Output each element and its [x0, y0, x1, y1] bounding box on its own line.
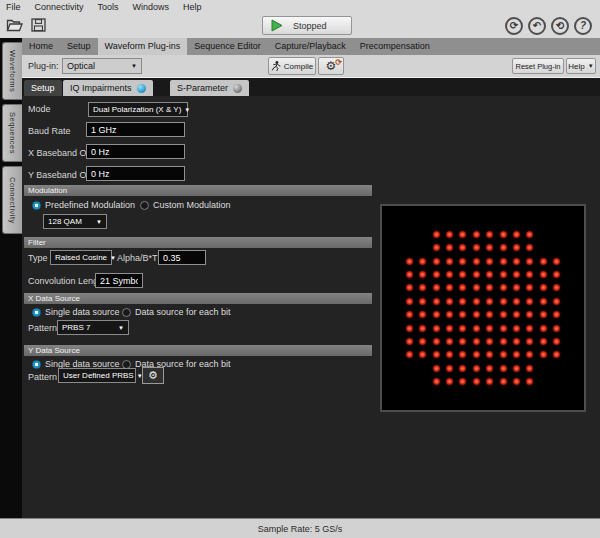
compile-settings-button[interactable]: ⚙ ⟳: [318, 57, 344, 75]
constellation-dot: [459, 231, 466, 238]
side-tab-connectivity[interactable]: Connectivity: [2, 166, 22, 234]
constellation-dot: [500, 338, 507, 345]
constellation-dot: [459, 351, 466, 358]
constellation-dot: [446, 298, 453, 305]
constellation-dot: [459, 284, 466, 291]
mode-select[interactable]: Dual Polarization (X & Y) ▼: [88, 102, 188, 117]
compile-button[interactable]: Compile: [268, 57, 316, 75]
save-icon: [31, 18, 46, 36]
tab-waveform-plugins[interactable]: Waveform Plug-ins: [98, 38, 188, 55]
plugin-help-label: Help: [568, 62, 584, 71]
side-tab-sequences-label: Sequences: [8, 112, 17, 154]
side-tab-connectivity-label: Connectivity: [8, 177, 17, 224]
y-baseband-offset-input[interactable]: [86, 166, 185, 181]
run-state-label: Stopped: [293, 21, 327, 31]
constellation-dot: [526, 338, 533, 345]
subtab-s-parameter[interactable]: S-Parameter: [170, 80, 249, 96]
s-parameter-status-badge: [233, 84, 242, 93]
predefined-modulation-label[interactable]: Predefined Modulation: [45, 200, 135, 210]
constellation-dot: [486, 351, 493, 358]
modulation-scheme-select[interactable]: 128 QAM ▼: [43, 214, 107, 229]
plugin-help-button[interactable]: Help ▼: [566, 58, 596, 74]
compile-label: Compile: [284, 62, 313, 71]
constellation-dot: [433, 231, 440, 238]
constellation-dot: [459, 378, 466, 385]
constellation-dot: [513, 311, 520, 318]
tab-capture-playback[interactable]: Capture/Playback: [268, 38, 353, 55]
side-tab-sequences[interactable]: Sequences: [2, 104, 22, 162]
reset-plugin-button[interactable]: Reset Plug-in: [512, 58, 564, 74]
tab-sequence-editor[interactable]: Sequence Editor: [187, 38, 268, 55]
menu-bar: File Connectivity Tools Windows Help: [0, 0, 600, 14]
constellation-dot: [553, 258, 560, 265]
plugin-select[interactable]: Optical ▼: [62, 58, 142, 74]
constellation-dot: [500, 284, 507, 291]
baud-rate-input[interactable]: [86, 122, 185, 137]
y-pattern-select[interactable]: User Defined PRBS ▼: [58, 368, 136, 383]
filter-type-select[interactable]: Raised Cosine ▼: [50, 250, 112, 265]
about-help-icon[interactable]: ?: [574, 17, 592, 35]
constellation-dot: [486, 311, 493, 318]
constellation-dot: [473, 231, 480, 238]
menu-help[interactable]: Help: [183, 2, 202, 12]
x-baseband-offset-input[interactable]: [86, 144, 185, 159]
open-file-button[interactable]: [3, 16, 26, 38]
predefined-modulation-radio[interactable]: [32, 201, 41, 210]
constellation-dot: [433, 351, 440, 358]
constellation-dot: [540, 258, 547, 265]
constellation-dot: [553, 284, 560, 291]
x-single-source-label[interactable]: Single data source: [45, 307, 120, 317]
tab-setup[interactable]: Setup: [60, 38, 98, 55]
constellation-dot: [446, 311, 453, 318]
y-single-source-radio[interactable]: [32, 360, 41, 369]
y-pattern-value: User Defined PRBS: [63, 371, 134, 380]
undo-icon[interactable]: ↶: [528, 17, 546, 35]
custom-modulation-label[interactable]: Custom Modulation: [153, 200, 231, 210]
constellation-dot: [553, 271, 560, 278]
x-per-bit-radio[interactable]: [122, 308, 131, 317]
constellation-dot: [406, 284, 413, 291]
constellation-dot: [486, 271, 493, 278]
modulation-section-header: Modulation: [24, 185, 372, 196]
subtab-setup[interactable]: Setup: [24, 80, 62, 96]
tab-home[interactable]: Home: [22, 38, 60, 55]
constellation-dot: [500, 298, 507, 305]
refresh-icon[interactable]: ⟳: [505, 17, 523, 35]
compile-run-icon: [271, 60, 281, 72]
constellation-dot: [486, 378, 493, 385]
filter-type-label: Type: [28, 253, 48, 263]
save-button[interactable]: [27, 16, 50, 38]
plugin-bar: Plug-in: Optical ▼ Compile ⚙ ⟳ Reset Plu…: [22, 55, 600, 78]
x-pattern-select[interactable]: PRBS 7 ▼: [57, 320, 129, 335]
menu-file[interactable]: File: [6, 2, 21, 12]
menu-tools[interactable]: Tools: [98, 2, 119, 12]
custom-modulation-radio[interactable]: [140, 201, 149, 210]
alpha-input[interactable]: [158, 250, 206, 265]
constellation-dot: [459, 311, 466, 318]
sample-rate-text: Sample Rate: 5 GS/s: [258, 524, 343, 534]
x-single-source-radio[interactable]: [32, 308, 41, 317]
restart-icon[interactable]: ⟲: [551, 17, 569, 35]
side-tab-waveforms[interactable]: Waveforms: [2, 42, 22, 100]
constellation-dot: [526, 351, 533, 358]
menu-connectivity[interactable]: Connectivity: [35, 2, 84, 12]
main-tab-bar: Home Setup Waveform Plug-ins Sequence Ed…: [22, 38, 600, 55]
y-pattern-settings-button[interactable]: ⚙: [142, 367, 164, 384]
run-state-button[interactable]: Stopped: [262, 16, 352, 35]
constellation-dot: [486, 244, 493, 251]
y-pattern-label: Pattern: [28, 372, 57, 382]
filter-section-header: Filter: [24, 237, 372, 248]
constellation-dot: [459, 338, 466, 345]
constellation-dot: [473, 378, 480, 385]
constellation-dot: [459, 271, 466, 278]
constellation-dot: [473, 258, 480, 265]
constellation-dot: [406, 338, 413, 345]
tab-precompensation[interactable]: Precompensation: [353, 38, 437, 55]
subtab-sparam-label: S-Parameter: [177, 83, 228, 93]
menu-windows[interactable]: Windows: [133, 2, 170, 12]
convolution-length-input[interactable]: [95, 273, 143, 288]
subtab-iq-impairments[interactable]: IQ Impairments: [63, 80, 153, 96]
x-per-bit-label[interactable]: Data source for each bit: [135, 307, 231, 317]
constellation-dot: [526, 365, 533, 372]
constellation-dot: [540, 325, 547, 332]
